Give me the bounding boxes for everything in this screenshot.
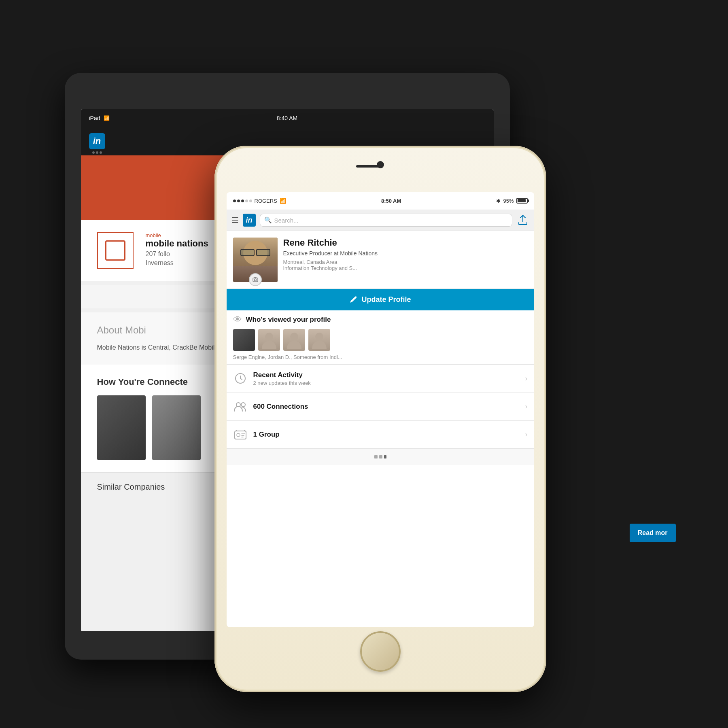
battery-percent: 95%	[503, 198, 514, 204]
camera-badge[interactable]	[249, 273, 262, 286]
avatar-silhouette-1	[262, 331, 276, 349]
people-icon	[233, 399, 248, 414]
group-icon	[233, 427, 248, 442]
recent-activity-chevron: ›	[525, 374, 528, 383]
viewers-names: Serge Engine, Jordan D., Someone from In…	[233, 354, 528, 360]
tablet-wifi-icon: 📶	[104, 115, 110, 121]
bluetooth-icon: ✱	[496, 198, 501, 204]
profile-location: Montreal, Canada Area	[283, 259, 378, 265]
company-name: mobile mobile nations	[146, 232, 208, 249]
phone-time: 8:50 AM	[381, 198, 401, 204]
bottom-bar-icon-2	[379, 455, 382, 458]
signal-dot-2	[237, 200, 240, 202]
company-location: Inverness	[146, 259, 208, 267]
eye-icon: 👁	[233, 314, 242, 325]
phone-screen: ROGERS 📶 8:50 AM ✱ 95% ☰ in 🔍 S	[227, 192, 534, 627]
share-button[interactable]	[516, 214, 529, 227]
groups-item[interactable]: 1 Group ›	[227, 421, 534, 449]
profile-info: Rene Ritchie Executive Producer at Mobil…	[283, 238, 378, 272]
svg-point-5	[315, 333, 323, 341]
battery-fill	[518, 199, 526, 202]
phone-home-button[interactable]	[360, 631, 401, 672]
battery-icon	[516, 198, 528, 204]
phone-status-bar: ROGERS 📶 8:50 AM ✱ 95%	[227, 192, 534, 210]
connections-chevron: ›	[525, 402, 528, 411]
search-icon: 🔍	[264, 216, 272, 224]
connection-photo-2	[152, 395, 201, 460]
tablet-status-bar: iPad 📶 8:40 AM	[81, 109, 494, 127]
viewers-title: Who's viewed your profile	[246, 316, 331, 324]
tablet-device-label: iPad	[89, 115, 100, 121]
svg-point-10	[237, 433, 240, 437]
connections-content: 600 Connections	[253, 403, 520, 411]
recent-activity-item[interactable]: Recent Activity 2 new updates this week …	[227, 365, 534, 393]
phone-linkedin-logo[interactable]: in	[243, 214, 256, 227]
avatar-silhouette-3	[312, 331, 327, 349]
update-profile-button[interactable]: Update Profile	[227, 289, 534, 310]
signal-dot-3	[241, 200, 244, 202]
viewers-photos	[233, 329, 528, 351]
company-info: mobile mobile nations 207 follo Invernes…	[146, 232, 208, 267]
profile-name: Rene Ritchie	[283, 238, 378, 248]
svg-rect-2	[254, 277, 257, 278]
status-left: ROGERS 📶	[233, 198, 286, 204]
recent-activity-sub: 2 new updates this week	[253, 380, 520, 386]
profile-photo-wrapper	[233, 238, 278, 282]
profile-industry: Information Technology and S...	[283, 265, 378, 271]
avatar-silhouette-2	[287, 331, 301, 349]
company-logo	[97, 232, 134, 269]
phone-speaker	[356, 165, 380, 168]
svg-point-3	[265, 333, 273, 341]
recent-activity-title: Recent Activity	[253, 371, 520, 379]
svg-point-8	[241, 403, 245, 407]
groups-content: 1 Group	[253, 431, 520, 439]
update-profile-label: Update Profile	[361, 295, 411, 304]
scene: iPad 📶 8:40 AM in	[40, 40, 688, 688]
hamburger-icon[interactable]: ☰	[231, 215, 239, 225]
bottom-bar-icon-3	[384, 455, 386, 458]
viewers-header: 👁 Who's viewed your profile	[233, 314, 528, 325]
signal-dot-4	[245, 200, 248, 202]
phone-search-bar[interactable]: 🔍 Search...	[260, 214, 512, 227]
svg-point-4	[290, 333, 298, 341]
company-followers: 207 follo	[146, 250, 208, 258]
bottom-bar-icon-1	[374, 455, 378, 458]
whos-viewed-section[interactable]: 👁 Who's viewed your profile	[227, 310, 534, 365]
company-logo-inner	[105, 240, 125, 261]
similar-title: Similar Companies	[97, 482, 165, 491]
groups-title: 1 Group	[253, 431, 520, 439]
tablet-time: 8:40 AM	[277, 115, 297, 121]
connections-title: 600 Connections	[253, 403, 520, 411]
viewer-photo-4	[308, 329, 330, 351]
phone-nav-bar: ☰ in 🔍 Search...	[227, 210, 534, 231]
signal-dot-5	[249, 200, 252, 202]
recent-activity-content: Recent Activity 2 new updates this week	[253, 371, 520, 386]
connection-photo-1	[97, 395, 146, 460]
phone-bottom-bar	[227, 449, 534, 465]
search-placeholder: Search...	[274, 217, 299, 224]
viewer-photo-1	[233, 329, 255, 351]
profile-title: Executive Producer at Mobile Nations	[283, 250, 378, 258]
svg-rect-9	[235, 431, 246, 439]
connections-item[interactable]: 600 Connections ›	[227, 393, 534, 421]
phone-wifi-icon: 📶	[280, 198, 286, 204]
groups-chevron: ›	[525, 430, 528, 439]
phone-device: ROGERS 📶 8:50 AM ✱ 95% ☰ in 🔍 S	[214, 146, 546, 692]
tablet-linkedin-logo[interactable]: in	[89, 133, 105, 149]
read-more-button[interactable]: Read mor	[630, 524, 676, 542]
clock-icon	[233, 371, 248, 386]
carrier-label: ROGERS	[255, 198, 277, 204]
viewer-photo-3	[283, 329, 305, 351]
signal-dot-1	[233, 200, 236, 202]
profile-card: Rene Ritchie Executive Producer at Mobil…	[227, 231, 534, 289]
signal-dots	[233, 200, 252, 202]
viewer-photo-2	[258, 329, 280, 351]
pencil-icon	[349, 295, 357, 304]
svg-point-1	[254, 279, 256, 281]
status-right: ✱ 95%	[496, 198, 527, 204]
